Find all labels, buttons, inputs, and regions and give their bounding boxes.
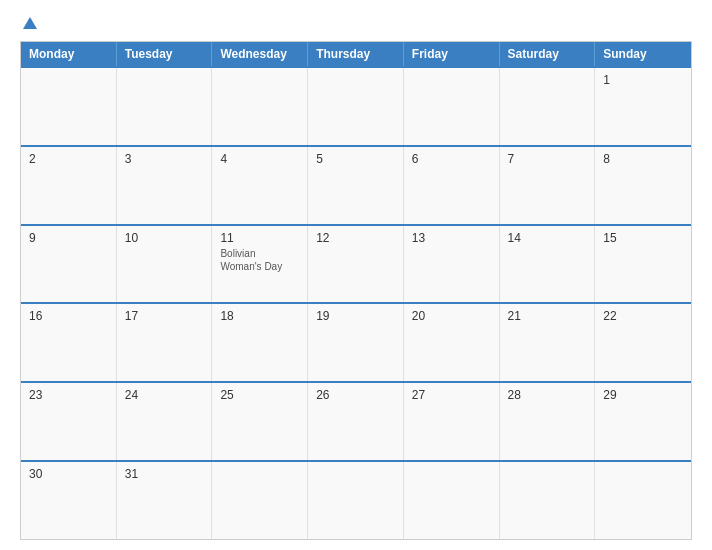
calendar-cell: 6 (404, 147, 500, 224)
day-number: 3 (125, 152, 204, 166)
day-number: 19 (316, 309, 395, 323)
day-number: 6 (412, 152, 491, 166)
calendar-cell (308, 462, 404, 539)
calendar-cell: 17 (117, 304, 213, 381)
day-number: 22 (603, 309, 683, 323)
calendar-cell: 28 (500, 383, 596, 460)
calendar-cell (404, 462, 500, 539)
day-number: 11 (220, 231, 299, 245)
svg-marker-0 (23, 17, 37, 29)
calendar-cell: 7 (500, 147, 596, 224)
calendar-row: 3031 (21, 460, 691, 539)
day-number: 27 (412, 388, 491, 402)
calendar-cell: 18 (212, 304, 308, 381)
calendar: MondayTuesdayWednesdayThursdayFridaySatu… (20, 41, 692, 540)
calendar-cell (404, 68, 500, 145)
calendar-row: 16171819202122 (21, 302, 691, 381)
day-number: 15 (603, 231, 683, 245)
day-number: 23 (29, 388, 108, 402)
calendar-cell: 27 (404, 383, 500, 460)
calendar-cell: 15 (595, 226, 691, 303)
calendar-cell (117, 68, 213, 145)
logo-icon (21, 15, 39, 33)
day-number: 20 (412, 309, 491, 323)
event-label: Bolivian Woman's Day (220, 247, 299, 273)
day-number: 14 (508, 231, 587, 245)
calendar-cell: 25 (212, 383, 308, 460)
calendar-cell: 19 (308, 304, 404, 381)
day-number: 24 (125, 388, 204, 402)
logo (20, 15, 41, 33)
day-number: 7 (508, 152, 587, 166)
day-number: 17 (125, 309, 204, 323)
calendar-cell: 8 (595, 147, 691, 224)
calendar-header-cell: Tuesday (117, 42, 213, 66)
calendar-cell: 24 (117, 383, 213, 460)
day-number: 26 (316, 388, 395, 402)
calendar-cell: 20 (404, 304, 500, 381)
calendar-header-cell: Thursday (308, 42, 404, 66)
page: MondayTuesdayWednesdayThursdayFridaySatu… (0, 0, 712, 550)
calendar-header-cell: Monday (21, 42, 117, 66)
calendar-cell: 29 (595, 383, 691, 460)
calendar-cell (212, 462, 308, 539)
calendar-cell: 11Bolivian Woman's Day (212, 226, 308, 303)
calendar-cell: 9 (21, 226, 117, 303)
day-number: 8 (603, 152, 683, 166)
calendar-cell: 21 (500, 304, 596, 381)
calendar-cell: 1 (595, 68, 691, 145)
calendar-cell: 10 (117, 226, 213, 303)
calendar-row: 23242526272829 (21, 381, 691, 460)
calendar-header: MondayTuesdayWednesdayThursdayFridaySatu… (21, 42, 691, 66)
calendar-cell (212, 68, 308, 145)
calendar-cell (308, 68, 404, 145)
calendar-cell: 5 (308, 147, 404, 224)
day-number: 12 (316, 231, 395, 245)
day-number: 31 (125, 467, 204, 481)
calendar-cell: 16 (21, 304, 117, 381)
calendar-header-cell: Saturday (500, 42, 596, 66)
day-number: 13 (412, 231, 491, 245)
day-number: 4 (220, 152, 299, 166)
calendar-cell: 31 (117, 462, 213, 539)
day-number: 21 (508, 309, 587, 323)
calendar-cell: 2 (21, 147, 117, 224)
calendar-cell (595, 462, 691, 539)
calendar-cell: 14 (500, 226, 596, 303)
day-number: 25 (220, 388, 299, 402)
day-number: 5 (316, 152, 395, 166)
calendar-cell: 12 (308, 226, 404, 303)
calendar-cell (500, 68, 596, 145)
calendar-header-cell: Wednesday (212, 42, 308, 66)
calendar-cell: 3 (117, 147, 213, 224)
calendar-cell (500, 462, 596, 539)
day-number: 29 (603, 388, 683, 402)
calendar-header-cell: Friday (404, 42, 500, 66)
day-number: 9 (29, 231, 108, 245)
day-number: 16 (29, 309, 108, 323)
calendar-cell (21, 68, 117, 145)
calendar-cell: 30 (21, 462, 117, 539)
calendar-cell: 22 (595, 304, 691, 381)
day-number: 30 (29, 467, 108, 481)
calendar-row: 91011Bolivian Woman's Day12131415 (21, 224, 691, 303)
day-number: 10 (125, 231, 204, 245)
calendar-cell: 23 (21, 383, 117, 460)
calendar-cell: 4 (212, 147, 308, 224)
calendar-header-cell: Sunday (595, 42, 691, 66)
calendar-body: 1234567891011Bolivian Woman's Day1213141… (21, 66, 691, 539)
day-number: 1 (603, 73, 683, 87)
header (20, 15, 692, 33)
calendar-cell: 26 (308, 383, 404, 460)
day-number: 2 (29, 152, 108, 166)
calendar-cell: 13 (404, 226, 500, 303)
day-number: 18 (220, 309, 299, 323)
calendar-row: 1 (21, 66, 691, 145)
day-number: 28 (508, 388, 587, 402)
calendar-row: 2345678 (21, 145, 691, 224)
